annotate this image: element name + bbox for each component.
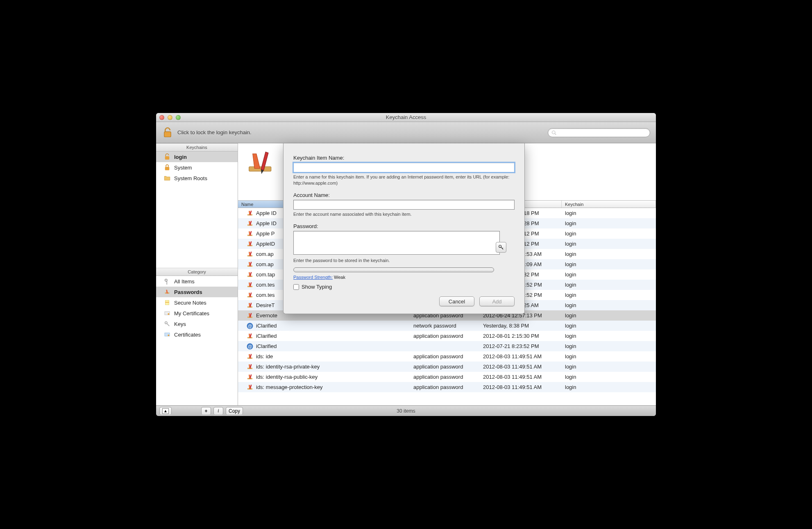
- row-keychain: login: [562, 220, 656, 226]
- arrow-up-icon: ▲: [162, 408, 169, 414]
- table-row[interactable]: @iClarified2012-07-21 8:23:52 PMlogin: [238, 341, 656, 351]
- row-name: iClarified: [256, 343, 277, 349]
- row-keychain: login: [562, 210, 656, 216]
- table-row[interactable]: ids: message-protection-keyapplication p…: [238, 382, 656, 392]
- item-name-label: Keychain Item Name:: [293, 155, 515, 161]
- app-password-icon: [246, 271, 254, 278]
- svg-point-5: [165, 279, 167, 281]
- category-item-passwords[interactable]: Passwords: [156, 287, 238, 297]
- row-date: 2012-08-03 11:49:51 AM: [480, 353, 562, 359]
- row-keychain: login: [562, 384, 656, 390]
- row-kind: application password: [410, 353, 480, 359]
- row-kind: application password: [410, 384, 480, 390]
- row-name: DesireT: [256, 302, 275, 308]
- app-password-icon: [246, 373, 254, 381]
- row-keychain: login: [562, 241, 656, 247]
- row-keychain: login: [562, 374, 656, 380]
- app-password-icon: [246, 251, 254, 258]
- row-keychain: login: [562, 323, 656, 329]
- row-name: com.tap: [256, 271, 275, 278]
- sidebar: Keychains loginSystemSystem Roots Catego…: [156, 143, 238, 405]
- cancel-button[interactable]: Cancel: [439, 296, 474, 306]
- app-password-icon: [246, 220, 254, 227]
- row-keychain: login: [562, 343, 656, 349]
- category-item-label: Secure Notes: [174, 300, 206, 306]
- category-header: Category: [156, 268, 238, 276]
- toggle-preview-button[interactable]: ▲: [159, 407, 172, 415]
- lock-keychain-button[interactable]: [162, 127, 173, 138]
- row-name: iClarified: [256, 323, 277, 329]
- note-icon: [163, 299, 171, 306]
- password-input[interactable]: [293, 231, 500, 255]
- table-row[interactable]: ids: ideapplication password2012-08-03 1…: [238, 351, 656, 362]
- keychain-item-login[interactable]: login: [156, 151, 238, 162]
- show-typing-checkbox[interactable]: [293, 284, 299, 290]
- app-password-icon: [246, 302, 254, 309]
- password-strength-link[interactable]: Password Strength:: [293, 275, 333, 280]
- row-kind: application password: [410, 333, 480, 339]
- column-keychain[interactable]: Keychain: [562, 201, 656, 208]
- info-button[interactable]: i: [213, 407, 223, 415]
- table-row[interactable]: ids: identity-rsa-public-keyapplication …: [238, 372, 656, 382]
- add-button[interactable]: Add: [479, 296, 515, 306]
- row-kind: application password: [410, 374, 480, 380]
- category-item-secure-notes[interactable]: Secure Notes: [156, 297, 238, 308]
- password-generator-button[interactable]: [496, 242, 506, 253]
- app-password-icon: [246, 292, 254, 299]
- category-item-label: Passwords: [174, 289, 202, 295]
- app-password-icon: [246, 332, 254, 340]
- cert-blue-icon: [163, 331, 171, 338]
- table-row[interactable]: ids: identity-rsa-private-keyapplication…: [238, 362, 656, 372]
- row-name: Evernote: [256, 312, 277, 319]
- key-icon: [163, 320, 171, 328]
- password-strength-meter: [293, 267, 494, 272]
- svg-rect-0: [164, 131, 171, 137]
- svg-point-16: [168, 335, 169, 336]
- row-date: 2012-08-03 11:49:51 AM: [480, 374, 562, 380]
- svg-point-13: [165, 322, 167, 324]
- category-item-certificates[interactable]: Certificates: [156, 329, 238, 340]
- row-name: ids: identity-rsa-private-key: [256, 364, 320, 370]
- row-keychain: login: [562, 302, 656, 308]
- account-name-input[interactable]: [293, 200, 515, 210]
- item-name-input[interactable]: [293, 163, 515, 172]
- at-icon: @: [246, 322, 254, 330]
- row-date: Yesterday, 8:38 PM: [480, 323, 562, 329]
- row-name: com.ap: [256, 251, 274, 257]
- keychain-item-system-roots[interactable]: System Roots: [156, 173, 238, 183]
- keychains-header: Keychains: [156, 143, 238, 151]
- add-item-button[interactable]: +: [201, 407, 211, 415]
- category-item-my-certificates[interactable]: My Certificates: [156, 308, 238, 319]
- row-keychain: login: [562, 271, 656, 278]
- category-item-label: My Certificates: [174, 310, 209, 316]
- svg-line-74: [501, 247, 503, 249]
- window-title: Keychain Access: [156, 114, 656, 120]
- search-input[interactable]: [558, 130, 646, 136]
- svg-text:@: @: [248, 344, 252, 348]
- locked-icon: [163, 164, 171, 171]
- category-item-all-items[interactable]: All Items: [156, 276, 238, 287]
- row-keychain: login: [562, 251, 656, 257]
- row-keychain: login: [562, 282, 656, 288]
- row-name: iClarified: [256, 333, 277, 339]
- svg-text:@: @: [248, 323, 252, 328]
- row-name: ids: identity-rsa-public-key: [256, 374, 318, 380]
- search-field-container[interactable]: [548, 128, 650, 137]
- item-name-hint: Enter a name for this keychain item. If …: [293, 174, 515, 186]
- keychain-item-label: login: [174, 154, 187, 160]
- cert-icon: [163, 310, 171, 317]
- keychain-item-system[interactable]: System: [156, 162, 238, 173]
- titlebar: Keychain Access: [156, 113, 656, 122]
- table-row[interactable]: @iClarifiednetwork passwordYesterday, 8:…: [238, 321, 656, 331]
- svg-line-2: [555, 133, 556, 135]
- row-name: com.ap: [256, 261, 274, 267]
- app-password-icon: [246, 261, 254, 268]
- password-strength-value: Weak: [334, 275, 345, 280]
- category-item-keys[interactable]: Keys: [156, 319, 238, 329]
- row-keychain: login: [562, 333, 656, 339]
- keychain-item-label: System: [174, 165, 192, 171]
- copy-button[interactable]: Copy: [226, 407, 243, 415]
- at-icon: @: [246, 343, 254, 350]
- table-row[interactable]: iClarifiedapplication password2012-08-01…: [238, 331, 656, 341]
- row-name: com.tes: [256, 292, 275, 298]
